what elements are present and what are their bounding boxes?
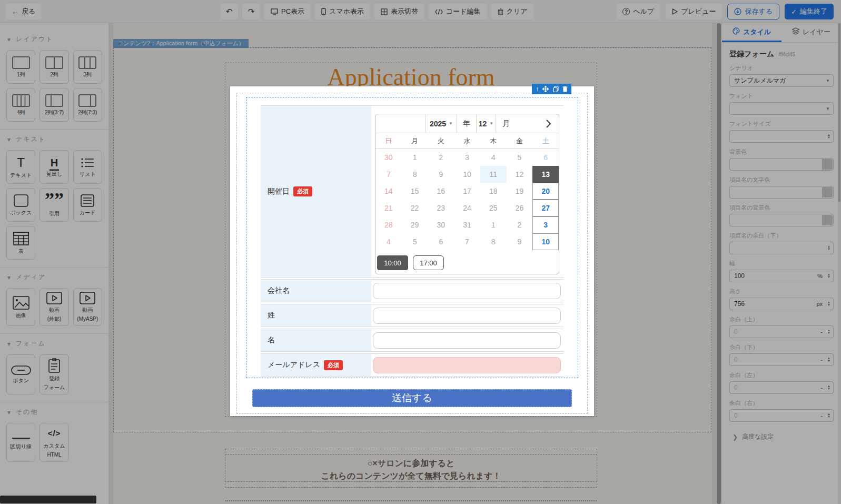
stepper-icon[interactable]: ▲▼ <box>827 273 830 279</box>
palette-section-header[interactable]: ▾その他 <box>7 408 101 417</box>
calendar-day[interactable]: 3 <box>454 149 480 166</box>
palette-item-cols-3[interactable]: 3列 <box>73 50 102 84</box>
calendar-day[interactable]: 5 <box>507 149 533 166</box>
inspector-color-input[interactable] <box>729 158 834 171</box>
calendar-day[interactable]: 21 <box>375 200 402 216</box>
color-swatch[interactable] <box>822 215 833 225</box>
window-scrollbar-thumb[interactable] <box>838 23 840 202</box>
palette-scrollbar[interactable] <box>0 496 96 503</box>
stepper-icon[interactable]: ▲▼ <box>827 385 830 390</box>
stepper-icon[interactable]: ▲▼ <box>827 413 830 418</box>
text-input[interactable] <box>373 283 561 299</box>
palette-item-custom-html[interactable]: </>カスタムHTML <box>39 423 68 462</box>
duplicate-icon-button[interactable] <box>553 84 559 94</box>
calendar-day[interactable]: 12 <box>507 166 533 183</box>
stepper-icon[interactable]: ▲▼ <box>827 329 830 334</box>
palette-item-video-myasp[interactable]: 動画(MyASP) <box>73 288 102 326</box>
calendar-day[interactable]: 17 <box>454 183 480 200</box>
pc-view-button[interactable]: PC表示 <box>264 4 311 19</box>
calendar-day[interactable]: 23 <box>428 200 454 216</box>
selected-form-block[interactable]: ↑ 開催日必須2025▼年12▼月日月火水木金土3012345678910111… <box>230 86 594 416</box>
inspector-number-input[interactable]: 756px▲▼ <box>729 298 834 310</box>
calendar-day[interactable]: 6 <box>428 233 454 250</box>
stepper-icon[interactable]: ▲▼ <box>827 301 830 307</box>
calendar-day[interactable]: 29 <box>402 216 428 233</box>
palette-section-header[interactable]: ▾レイアウト <box>7 35 101 44</box>
calendar-day[interactable]: 1 <box>402 149 428 166</box>
move-icon-button[interactable] <box>542 84 549 94</box>
calendar-day[interactable]: 5 <box>402 233 428 250</box>
inspector-number-input[interactable]: 0-▲▼ <box>729 325 834 338</box>
text-input[interactable] <box>373 332 561 349</box>
redo-button[interactable]: ↷ <box>242 4 260 19</box>
calendar-day[interactable]: 8 <box>402 166 428 183</box>
stepper-icon[interactable]: ▲▼ <box>827 245 830 251</box>
palette-item-video-external[interactable]: 動画(外部) <box>39 288 68 326</box>
palette-item-card[interactable]: カード <box>73 188 102 222</box>
time-option-button[interactable]: 10:00 <box>377 255 408 270</box>
palette-item-cols-7-3[interactable]: 2列(7:3) <box>73 88 102 122</box>
calendar-day[interactable]: 22 <box>402 200 428 216</box>
calendar-day[interactable]: 4 <box>375 233 402 250</box>
code-edit-button[interactable]: コード編集 <box>429 4 487 19</box>
calendar-day[interactable]: 3 <box>532 216 559 233</box>
canvas-scrollbar-thumb[interactable] <box>717 23 721 504</box>
calendar-day[interactable]: 30 <box>375 149 402 166</box>
stepper-icon[interactable]: ▲▼ <box>827 134 830 139</box>
calendar-day[interactable]: 7 <box>375 166 402 183</box>
color-swatch[interactable] <box>822 187 833 197</box>
calendar-day[interactable]: 26 <box>507 200 533 216</box>
inspector-color-input[interactable] <box>729 186 834 199</box>
calendar-day[interactable]: 16 <box>428 183 454 200</box>
inspector-number-input[interactable]: 0-▲▼ <box>729 353 834 366</box>
inspector-number-input[interactable]: ▲▼ <box>729 130 834 143</box>
palette-item-cols-1[interactable]: 1列 <box>6 50 35 84</box>
calendar-day[interactable]: 13 <box>532 166 559 183</box>
inspector-number-input[interactable]: 0-▲▼ <box>729 381 834 394</box>
calendar-day[interactable]: 10 <box>532 233 559 250</box>
inspector-select-input[interactable]: サンプルメルマガ▼ <box>729 74 834 87</box>
next-month-button[interactable] <box>538 114 559 133</box>
palette-section-header[interactable]: ▾テキスト <box>7 135 101 144</box>
calendar-day[interactable]: 4 <box>480 149 507 166</box>
calendar-day[interactable]: 2 <box>428 149 454 166</box>
preview-button[interactable]: プレビュー <box>666 4 722 19</box>
calendar-day[interactable]: 1 <box>480 216 507 233</box>
trash-icon-button[interactable] <box>562 84 568 94</box>
calendar-day[interactable]: 2 <box>507 216 533 233</box>
tab-style[interactable]: スタイル <box>722 23 781 42</box>
calendar-day[interactable]: 30 <box>428 216 454 233</box>
calendar-day[interactable]: 20 <box>532 183 559 200</box>
calendar-day[interactable]: 31 <box>454 216 480 233</box>
inspector-number-input[interactable]: 100%▲▼ <box>729 270 834 282</box>
text-input[interactable] <box>373 308 561 324</box>
palette-item-register-form[interactable]: 登録フォーム <box>39 354 68 394</box>
calendar-day[interactable]: 27 <box>532 200 559 216</box>
calendar-day[interactable]: 11 <box>480 166 507 183</box>
year-dropdown[interactable]: 2025▼ <box>426 114 457 133</box>
month-dropdown[interactable]: 12▼ <box>476 114 496 133</box>
smartphone-view-button[interactable]: スマホ表示 <box>315 4 370 19</box>
palette-section-header[interactable]: ▾フォーム <box>7 339 101 348</box>
palette-item-cols-4[interactable]: 4列 <box>6 88 35 122</box>
inspector-number-input[interactable]: 0-▲▼ <box>729 409 834 422</box>
inspector-color-input[interactable] <box>729 214 834 226</box>
finish-edit-button[interactable]: ✓ 編集終了 <box>785 4 834 19</box>
tab-layers[interactable]: レイヤー <box>781 23 841 42</box>
submit-button[interactable]: 送信する <box>252 389 572 407</box>
calendar-day[interactable]: 19 <box>507 183 533 200</box>
palette-item-quote[interactable]: ””引用 <box>39 188 68 222</box>
calendar-day[interactable]: 14 <box>375 183 402 200</box>
calendar-day[interactable]: 9 <box>428 166 454 183</box>
help-button[interactable]: ? ヘルプ <box>616 4 660 19</box>
display-toggle-button[interactable]: 表示切替 <box>374 4 424 19</box>
palette-item-divider[interactable]: 区切り線 <box>6 423 35 462</box>
palette-item-cols-3-7[interactable]: 2列(3:7) <box>39 88 68 122</box>
save-button[interactable]: 保存する <box>727 4 779 19</box>
inspector-select-input[interactable]: ▼ <box>729 102 834 115</box>
calendar-day[interactable]: 10 <box>454 166 480 183</box>
back-button[interactable]: ← 戻る <box>5 4 42 19</box>
palette-item-list[interactable]: リスト <box>73 150 102 184</box>
time-option-button[interactable]: 17:00 <box>413 255 444 270</box>
arrow-up-icon-button[interactable]: ↑ <box>536 84 539 94</box>
